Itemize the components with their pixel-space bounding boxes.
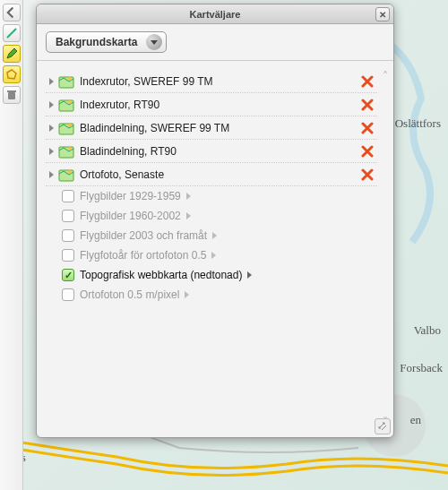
layer-map-icon [58,98,74,112]
expand-icon[interactable] [49,171,54,178]
line-tool-button[interactable] [3,24,21,42]
map-place-label: Forsback [400,361,443,375]
sublayer-label: Flygbilder 1929-1959 [80,190,181,202]
layer-label: Bladindelning, SWEREF 99 TM [80,122,361,134]
layer-checkbox[interactable] [62,190,74,202]
expand-icon[interactable] [186,212,191,219]
expand-icon[interactable] [211,252,216,259]
remove-layer-button[interactable] [361,99,374,111]
chevron-down-icon [146,34,162,50]
expand-icon[interactable] [49,148,54,155]
layer-checkbox[interactable] [62,288,74,301]
sublayer-label: Flygbilder 2003 och framåt [80,229,207,242]
svg-point-9 [68,124,72,127]
expand-icon[interactable] [49,78,54,85]
scroll-up-icon[interactable]: ˄ [383,70,388,82]
svg-line-1 [7,29,16,38]
expand-icon[interactable] [186,193,191,200]
layer-list: Indexrutor, SWEREF 99 TM Indexrutor, RT9… [37,61,393,437]
polygon-tool-button[interactable] [3,65,21,83]
expand-icon[interactable] [212,232,217,239]
close-button[interactable]: ✕ [375,7,390,21]
layer-checkbox[interactable] [62,269,74,281]
layer-item[interactable]: Indexrutor, RT90 [46,93,377,116]
layer-checkbox[interactable] [62,229,74,242]
layer-map-icon [58,121,74,135]
sublayer-label: Ortofoton 0.5 m/pixel [80,288,179,301]
layer-item[interactable]: Indexrutor, SWEREF 99 TM [46,70,377,93]
svg-point-7 [68,100,72,104]
layer-label: Indexrutor, SWEREF 99 TM [80,75,361,88]
sublayer-item[interactable]: Flygbilder 1960-2002 [46,206,377,226]
layer-chooser-panel: Kartväljare ✕ Bakgrundskarta Indexrutor,… [36,4,394,438]
dropdown-row: Bakgrundskarta [37,24,393,61]
left-toolbar [0,0,23,490]
remove-layer-button[interactable] [361,145,374,158]
remove-layer-button[interactable] [361,122,374,134]
close-icon: ✕ [379,10,386,20]
delete-tool-button[interactable] [3,86,21,104]
svg-point-11 [68,147,72,150]
layer-label: Bladindelning, RT90 [80,145,361,158]
remove-layer-button[interactable] [361,75,374,88]
layer-checkbox[interactable] [62,249,74,262]
expand-icon[interactable] [49,101,54,108]
expand-icon[interactable] [49,125,54,132]
layer-map-icon [58,74,74,89]
remove-layer-button[interactable] [361,168,374,181]
dropdown-label: Bakgrundskarta [56,36,137,48]
svg-point-13 [68,170,72,174]
sublayer-label: Flygfotoår för ortofoton 0.5 [80,249,206,262]
sublayer-item[interactable]: Flygfotoår för ortofoton 0.5 [46,245,377,265]
edit-tool-button[interactable] [3,45,21,63]
layer-map-icon [58,168,74,182]
svg-rect-2 [8,92,15,99]
layer-label: Indexrutor, RT90 [80,99,361,111]
layer-item[interactable]: Bladindelning, SWEREF 99 TM [46,116,377,140]
panel-title: Kartväljare [190,9,241,20]
sublayer-label: Topografisk webbkarta (nedtonad) [80,269,242,281]
map-place-label: Valbo [414,323,441,338]
expand-icon[interactable] [185,291,189,298]
panel-titlebar[interactable]: Kartväljare ✕ [37,4,393,24]
layer-label: Ortofoto, Senaste [80,168,361,181]
svg-rect-3 [7,90,16,92]
sublayer-item[interactable]: Ortofoton 0.5 m/pixel [46,285,377,305]
sublayer-item[interactable]: Topografisk webbkarta (nedtonad) [46,265,377,285]
layer-item[interactable]: Bladindelning, RT90 [46,140,377,163]
background-map-dropdown[interactable]: Bakgrundskarta [46,31,167,53]
expand-icon[interactable] [247,271,252,279]
scrollbar[interactable]: ˄ ˅ [381,70,390,428]
sublayer-item[interactable]: Flygbilder 2003 och framåt [46,226,377,245]
layer-item[interactable]: Ortofoto, Senaste [46,163,377,186]
resize-handle[interactable] [375,418,391,434]
map-place-label: Oslättfors [395,116,441,131]
sublayer-item[interactable]: Flygbilder 1929-1959 [46,186,377,206]
map-place-label: en [410,413,421,427]
layer-checkbox[interactable] [62,210,74,222]
layer-map-icon [58,144,74,159]
collapse-left-button[interactable] [3,4,21,21]
sublayer-label: Flygbilder 1960-2002 [80,210,181,222]
svg-point-5 [68,77,72,81]
